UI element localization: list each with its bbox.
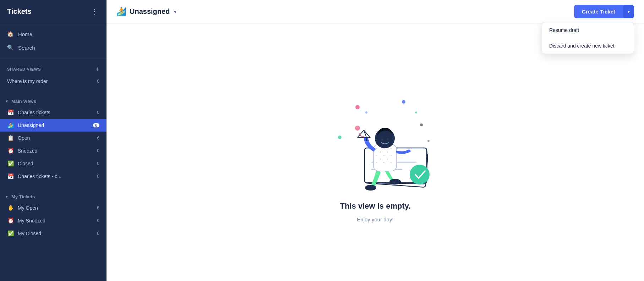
search-icon: 🔍 (7, 44, 14, 51)
create-ticket-group: Create Ticket ▾ (574, 5, 634, 18)
closed-icon: ✅ (7, 160, 14, 167)
charles-tickets-count: 0 (94, 110, 99, 115)
page-title-area: 🏄 Unassigned ▾ (116, 7, 176, 16)
shared-views-title: SHARED VIEWS (7, 67, 41, 71)
svg-point-1 (402, 100, 405, 104)
create-ticket-dropdown-menu: Resume draft Discard and create new tick… (542, 22, 634, 54)
title-chevron-icon: ▾ (174, 9, 176, 15)
svg-point-30 (381, 139, 383, 141)
empty-illustration (311, 82, 439, 196)
svg-point-14 (389, 179, 401, 184)
shared-views-section: SHARED VIEWS + Where is my order 0 (0, 59, 107, 90)
my-open-icon: ✋ (7, 205, 14, 211)
sidebar-item-my-open[interactable]: ✋ My Open 6 (0, 202, 107, 214)
svg-point-3 (338, 136, 342, 139)
my-closed-count: 0 (94, 231, 99, 236)
closed-label: Closed (18, 161, 90, 166)
my-snoozed-count: 0 (94, 218, 99, 223)
my-snoozed-label: My Snoozed (18, 218, 90, 224)
unassigned-icon: 🏄 (7, 122, 14, 128)
page-title: Unassigned (130, 7, 170, 16)
sidebar-item-closed[interactable]: ✅ Closed 0 (0, 157, 107, 170)
svg-rect-25 (391, 155, 392, 156)
charles-tickets-icon: 📅 (7, 109, 14, 116)
where-is-my-order-count: 0 (94, 79, 99, 84)
snoozed-label: Snoozed (18, 148, 90, 154)
my-tickets-section: ▼ My Tickets ✋ My Open 6 ⏰ My Snoozed 0 … (0, 186, 107, 243)
unassigned-count: 0 (93, 123, 99, 127)
open-icon: 📋 (7, 135, 14, 141)
my-closed-label: My Closed (18, 231, 90, 236)
main-header: 🏄 Unassigned ▾ Create Ticket ▾ (107, 0, 644, 23)
svg-rect-24 (387, 159, 388, 160)
sidebar-item-snoozed[interactable]: ⏰ Snoozed 0 (0, 144, 107, 157)
sidebar-item-unassigned[interactable]: 🏄 Unassigned 0 (0, 119, 107, 132)
main-views-section: ▼ Main Views 📅 Charles tickets 0 🏄 Unass… (0, 90, 107, 186)
svg-rect-21 (376, 155, 377, 156)
sidebar-title: Tickets (7, 7, 32, 16)
sidebar-more-button[interactable]: ⋮ (89, 6, 99, 16)
sidebar-item-home-label: Home (18, 31, 32, 37)
home-icon: 🏠 (7, 31, 14, 37)
sidebar-item-my-closed[interactable]: ✅ My Closed 0 (0, 227, 107, 240)
svg-rect-26 (376, 162, 377, 163)
sidebar-item-search-label: Search (18, 45, 35, 51)
my-tickets-header[interactable]: ▼ My Tickets (0, 191, 107, 202)
svg-rect-22 (380, 159, 381, 160)
page-icon: 🏄 (116, 7, 126, 16)
my-open-label: My Open (18, 205, 90, 211)
sidebar-item-home[interactable]: 🏠 Home (0, 27, 107, 41)
empty-state: This view is empty. Enjoy your day! (107, 23, 644, 281)
svg-rect-23 (383, 155, 384, 156)
charles-tickets-label: Charles tickets (18, 110, 90, 115)
where-is-my-order-label: Where is my order (7, 78, 90, 84)
svg-point-4 (365, 111, 367, 114)
sidebar-item-open[interactable]: 📋 Open 6 (0, 132, 107, 144)
svg-rect-17 (380, 151, 381, 153)
svg-point-2 (420, 123, 423, 126)
snoozed-icon: ⏰ (7, 148, 14, 154)
svg-point-32 (355, 126, 360, 131)
empty-state-title: This view is empty. (340, 202, 411, 211)
svg-point-13 (365, 185, 376, 191)
create-ticket-button[interactable]: Create Ticket (574, 5, 623, 18)
svg-rect-27 (383, 162, 384, 163)
my-tickets-chevron: ▼ (5, 195, 9, 199)
sidebar-header: Tickets ⋮ (0, 0, 107, 23)
svg-point-12 (410, 165, 430, 184)
svg-rect-19 (387, 151, 388, 153)
sidebar-item-where-is-my-order[interactable]: Where is my order 0 (0, 75, 107, 87)
svg-point-6 (427, 140, 430, 142)
dropdown-item-discard-create[interactable]: Discard and create new ticket (542, 38, 634, 54)
my-tickets-title: My Tickets (11, 194, 35, 199)
svg-rect-28 (391, 162, 392, 163)
svg-point-5 (415, 111, 417, 114)
svg-rect-16 (376, 148, 377, 149)
main-views-title: Main Views (11, 99, 36, 104)
sidebar-item-my-snoozed[interactable]: ⏰ My Snoozed 0 (0, 214, 107, 227)
main-content: 🏄 Unassigned ▾ Create Ticket ▾ Resume dr… (107, 0, 644, 281)
charles-tickets-c-icon: 📅 (7, 173, 14, 180)
closed-count: 0 (94, 161, 99, 166)
shared-views-add-button[interactable]: + (95, 66, 99, 72)
open-count: 6 (94, 136, 99, 140)
snoozed-count: 0 (94, 148, 99, 153)
main-views-header[interactable]: ▼ Main Views (0, 96, 107, 106)
svg-point-31 (387, 138, 389, 140)
create-ticket-dropdown-button[interactable]: ▾ (623, 5, 634, 18)
open-label: Open (18, 135, 90, 141)
svg-point-0 (355, 105, 360, 109)
my-closed-icon: ✅ (7, 230, 14, 237)
svg-rect-20 (391, 148, 392, 149)
sidebar-item-search[interactable]: 🔍 Search (0, 41, 107, 54)
empty-state-subtitle: Enjoy your day! (357, 216, 393, 222)
charles-tickets-c-count: 0 (94, 174, 99, 179)
sidebar-item-charles-tickets-c[interactable]: 📅 Charles tickets - c... 0 (0, 170, 107, 183)
dropdown-item-resume-draft[interactable]: Resume draft (542, 22, 634, 38)
sidebar-item-charles-tickets[interactable]: 📅 Charles tickets 0 (0, 106, 107, 119)
charles-tickets-c-label: Charles tickets - c... (18, 173, 90, 179)
unassigned-label: Unassigned (18, 122, 89, 128)
sidebar-nav: 🏠 Home 🔍 Search (0, 23, 107, 59)
svg-point-29 (375, 128, 395, 148)
shared-views-header: SHARED VIEWS + (0, 65, 107, 75)
